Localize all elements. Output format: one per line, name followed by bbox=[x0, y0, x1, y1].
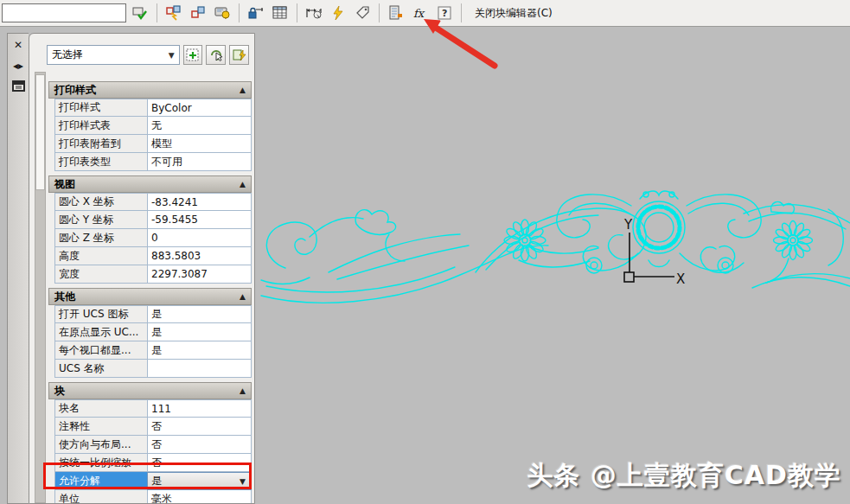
property-row: UCS 名称 bbox=[54, 360, 252, 378]
selection-dropdown[interactable]: 无选择 ▼ bbox=[47, 45, 180, 65]
autohide-icon[interactable]: ◂▸ bbox=[11, 59, 25, 72]
watermark-text: 头条 @上壹教育CAD教学 bbox=[527, 458, 841, 494]
property-row: 圆心 X 坐标 -83.4241 bbox=[54, 193, 252, 211]
block-editor-toolbar: fx ? 关闭块编辑器(C) bbox=[0, 0, 850, 27]
constraint-lock-icon[interactable] bbox=[246, 3, 266, 23]
collapse-icon[interactable]: ▲ bbox=[240, 386, 246, 395]
block-table-icon[interactable] bbox=[270, 3, 291, 23]
palette-body: 无选择 ▼ 打印样式 ▲ 打印样式 bbox=[29, 33, 255, 504]
property-row: 圆心 Y 坐标 -59.5455 bbox=[54, 211, 252, 229]
property-row: 宽度 2297.3087 bbox=[54, 265, 252, 284]
property-row: 打印样式表 无 bbox=[54, 117, 252, 135]
palette-scrollbar[interactable] bbox=[35, 72, 46, 503]
property-value[interactable]: 模型 bbox=[147, 135, 252, 153]
attribute-manager-icon[interactable] bbox=[386, 3, 406, 23]
property-row: 打印表附着到 模型 bbox=[54, 135, 252, 153]
toolbar-separator bbox=[157, 3, 157, 22]
property-row: 使方向与布局... 否 bbox=[54, 436, 252, 454]
allow-explode-dropdown[interactable]: 是 ▼ bbox=[147, 472, 252, 490]
property-value[interactable]: ByColor bbox=[147, 99, 252, 117]
property-value[interactable]: 是 bbox=[147, 323, 252, 341]
sync-lightning-icon[interactable] bbox=[328, 3, 348, 23]
tag-icon[interactable] bbox=[352, 3, 373, 23]
property-value[interactable]: -83.4241 bbox=[147, 193, 252, 211]
property-row: 块名 111 bbox=[54, 399, 252, 418]
property-value[interactable]: 否 bbox=[147, 436, 252, 454]
fx-icon[interactable]: fx bbox=[410, 3, 431, 23]
property-value[interactable]: -59.5455 bbox=[147, 211, 252, 229]
property-row: 打开 UCS 图标 是 bbox=[54, 305, 252, 323]
property-row-allow-explode: 允许分解 是 ▼ bbox=[54, 472, 252, 490]
ucs-icon: Y X bbox=[618, 210, 700, 290]
property-value[interactable]: 无 bbox=[147, 117, 252, 135]
toolbar-separator bbox=[239, 3, 240, 22]
visibility-icon[interactable] bbox=[212, 3, 233, 23]
toolbar-separator bbox=[461, 3, 462, 22]
properties-menu-icon[interactable] bbox=[11, 80, 25, 93]
property-row: 圆心 Z 坐标 0 bbox=[54, 229, 252, 247]
chevron-down-icon: ▼ bbox=[169, 51, 175, 60]
close-icon[interactable]: ✕ bbox=[11, 38, 25, 51]
svg-text:X: X bbox=[676, 271, 685, 287]
property-row: 每个视口都显... 是 bbox=[54, 341, 252, 360]
chevron-down-icon: ▼ bbox=[240, 477, 247, 486]
block-name-input[interactable] bbox=[2, 3, 126, 22]
ornament-drawing bbox=[259, 185, 850, 310]
parameter-icon[interactable] bbox=[163, 3, 184, 23]
parameter-manager-icon[interactable] bbox=[304, 3, 324, 23]
property-value[interactable]: 是 bbox=[147, 341, 252, 360]
property-row: 单位 毫米 bbox=[54, 490, 252, 504]
property-row: 按统一比例缩放 否 bbox=[54, 454, 252, 472]
property-value[interactable]: 毫米 bbox=[147, 490, 252, 504]
property-row: 打印样式 ByColor bbox=[54, 99, 252, 117]
property-value[interactable]: 111 bbox=[147, 399, 252, 418]
help-icon[interactable]: ? bbox=[434, 3, 455, 23]
property-value[interactable]: 不可用 bbox=[147, 153, 252, 171]
collapse-icon[interactable]: ▲ bbox=[240, 292, 246, 301]
section-header-plot-style[interactable]: 打印样式 ▲ bbox=[48, 81, 252, 99]
property-row: 高度 883.5803 bbox=[54, 247, 252, 265]
select-objects-button[interactable] bbox=[206, 45, 226, 65]
svg-text:Y: Y bbox=[623, 217, 633, 233]
toolbar-separator bbox=[379, 3, 380, 22]
property-row: 注释性 否 bbox=[54, 418, 252, 436]
property-value[interactable]: 883.5803 bbox=[147, 247, 252, 265]
property-row: 打印表类型 不可用 bbox=[54, 153, 252, 171]
svg-text:?: ? bbox=[442, 8, 447, 19]
collapse-icon[interactable]: ▲ bbox=[240, 86, 246, 94]
section-header-block[interactable]: 块 ▲ bbox=[48, 382, 252, 399]
pickadd-toggle-button[interactable] bbox=[183, 45, 203, 65]
property-value[interactable] bbox=[147, 360, 252, 378]
section-header-misc[interactable]: 其他 ▲ bbox=[48, 288, 252, 305]
property-row: 在原点显示 UC... 是 bbox=[54, 323, 252, 341]
scrollbar-thumb[interactable] bbox=[35, 74, 45, 190]
properties-palette: ✕ ◂▸ 无选择 ▼ 打印样式 bbox=[7, 33, 255, 504]
palette-titlebar[interactable]: ✕ ◂▸ bbox=[7, 33, 29, 504]
property-value[interactable]: 2297.3087 bbox=[147, 265, 252, 284]
toolbar-separator bbox=[297, 3, 297, 22]
property-value[interactable]: 是 bbox=[147, 305, 252, 323]
property-value[interactable]: 0 bbox=[147, 229, 252, 247]
close-block-editor-button[interactable]: 关闭块编辑器(C) bbox=[468, 3, 559, 23]
selection-dropdown-value: 无选择 bbox=[52, 48, 83, 62]
property-value[interactable]: 否 bbox=[147, 418, 252, 436]
test-block-icon[interactable] bbox=[130, 3, 150, 23]
svg-text:fx: fx bbox=[413, 7, 425, 20]
quick-select-button[interactable] bbox=[229, 45, 249, 65]
collapse-icon[interactable]: ▲ bbox=[240, 180, 246, 188]
section-header-view[interactable]: 视图 ▲ bbox=[48, 175, 252, 193]
action-icon[interactable] bbox=[188, 3, 208, 23]
property-value[interactable]: 否 bbox=[147, 454, 252, 472]
